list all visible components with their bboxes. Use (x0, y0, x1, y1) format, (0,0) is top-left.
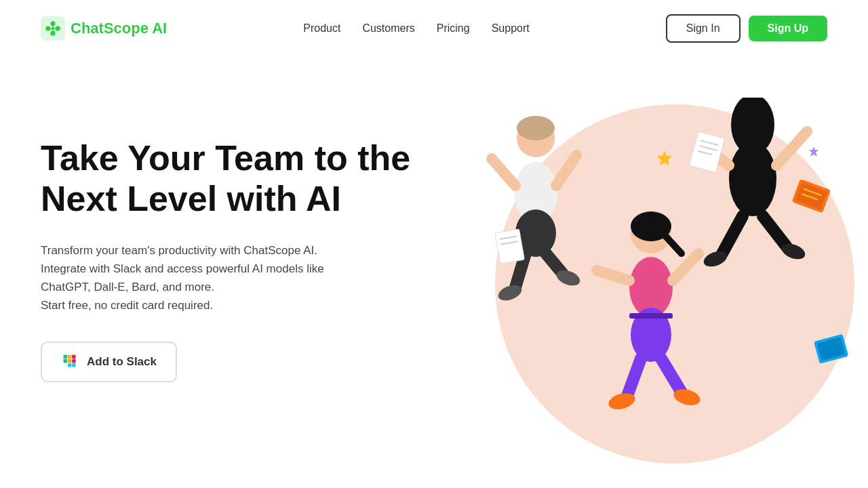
svg-rect-11 (72, 355, 76, 359)
svg-point-1 (45, 26, 50, 30)
svg-point-3 (50, 21, 55, 26)
svg-rect-46 (690, 131, 725, 173)
svg-rect-8 (64, 359, 68, 363)
svg-line-19 (492, 159, 515, 186)
svg-line-30 (722, 216, 743, 253)
svg-point-2 (56, 26, 60, 30)
svg-rect-13 (68, 363, 72, 367)
hero-section: Take Your Team to the Next Level with AI… (0, 57, 868, 488)
svg-line-22 (546, 253, 563, 274)
svg-marker-60 (809, 146, 818, 157)
hero-title: Take Your Team to the Next Level with AI (41, 138, 434, 220)
add-to-slack-label: Add to Slack (87, 355, 157, 369)
logo-icon (41, 16, 65, 41)
logo-text: ChatScope AI (71, 20, 167, 37)
hero-illustration (475, 84, 868, 477)
slack-icon (61, 352, 80, 371)
navbar: ChatScope AI Product Customers Pricing S… (0, 0, 868, 57)
logo[interactable]: ChatScope AI (41, 16, 167, 41)
add-to-slack-button[interactable]: Add to Slack (41, 342, 177, 382)
hero-content: Take Your Team to the Next Level with AI… (41, 84, 434, 382)
hero-description: Transform your team's productivity with … (41, 241, 434, 315)
svg-rect-10 (68, 355, 72, 359)
svg-rect-50 (495, 229, 524, 264)
svg-rect-9 (68, 359, 72, 363)
svg-rect-14 (72, 363, 76, 367)
svg-rect-7 (64, 355, 68, 359)
nav-item-pricing[interactable]: Pricing (437, 22, 470, 35)
signin-button[interactable]: Sign In (666, 14, 741, 43)
svg-rect-39 (629, 313, 673, 319)
svg-line-29 (776, 131, 807, 165)
svg-line-31 (763, 216, 787, 247)
svg-line-36 (666, 237, 682, 253)
svg-line-43 (661, 359, 682, 392)
hero-desc-line4: Start free, no credit card required. (41, 299, 213, 312)
nav-links: Product Customers Pricing Support (303, 22, 529, 35)
svg-line-42 (627, 359, 641, 396)
svg-marker-59 (657, 150, 672, 165)
hero-desc-line3: ChatGPT, Dall-E, Bard, and more. (41, 281, 214, 293)
nav-item-customers[interactable]: Customers (362, 22, 414, 35)
hero-desc-line1: Transform your team's productivity with … (41, 244, 317, 257)
svg-rect-12 (72, 359, 76, 363)
svg-point-27 (729, 142, 776, 216)
svg-point-4 (50, 31, 55, 36)
hero-desc-line2: Integrate with Slack and access powerful… (41, 262, 324, 275)
svg-point-16 (517, 116, 555, 140)
nav-buttons: Sign In Sign Up (666, 14, 827, 43)
nav-item-support[interactable]: Support (492, 22, 530, 35)
svg-line-20 (556, 155, 576, 186)
svg-line-40 (597, 270, 629, 281)
illustration-figures (468, 98, 861, 488)
signup-button[interactable]: Sign Up (749, 16, 827, 41)
svg-line-41 (673, 253, 698, 281)
nav-item-product[interactable]: Product (303, 22, 340, 35)
